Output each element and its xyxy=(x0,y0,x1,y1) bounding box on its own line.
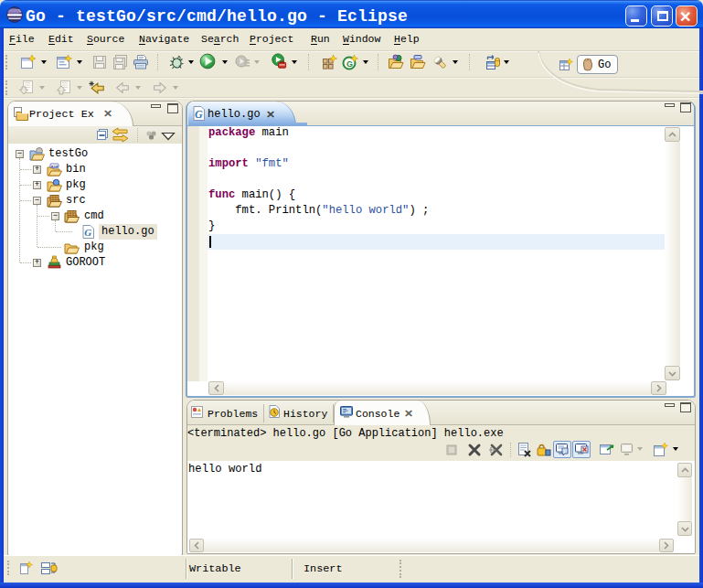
svg-text:G: G xyxy=(84,227,91,238)
svg-text:G: G xyxy=(195,108,203,121)
svg-text:G: G xyxy=(346,59,353,69)
svg-text:010: 010 xyxy=(51,164,59,168)
